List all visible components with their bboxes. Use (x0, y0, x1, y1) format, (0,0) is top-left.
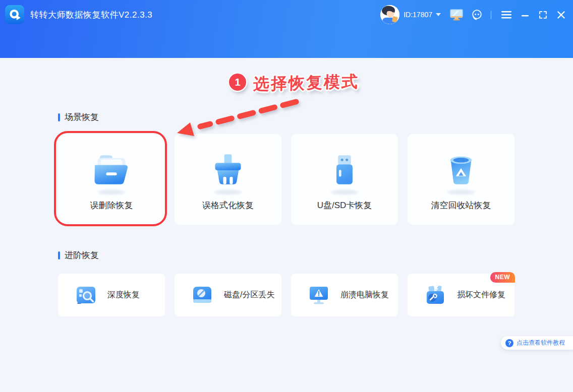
scene-recovery-row: 误删除恢复 误格式化恢复 (58, 134, 514, 225)
deep-scan-icon (74, 284, 97, 307)
app-title: 转转大师数据恢复软件V2.2.3.3 (30, 9, 152, 21)
section-title-text: 场景恢复 (65, 111, 99, 123)
customer-service-button[interactable] (471, 9, 483, 21)
annotation-arrow-icon (169, 91, 315, 141)
card-formatted-recovery[interactable]: 误格式化恢复 (175, 134, 281, 225)
section-title-text: 进阶恢复 (65, 249, 99, 261)
maximize-button[interactable] (539, 11, 547, 19)
screen-share-button[interactable] (450, 9, 463, 21)
usb-drive-icon (323, 153, 366, 187)
section-bar-icon (58, 251, 60, 259)
app-logo-icon (5, 5, 24, 24)
section-scene-recovery: 场景恢复 (58, 111, 99, 123)
new-badge: NEW (490, 272, 515, 283)
card-label: 误删除恢复 (90, 200, 133, 211)
card-label: 崩溃电脑恢复 (340, 290, 389, 300)
menu-button[interactable] (501, 11, 511, 19)
icon-shadow (331, 190, 358, 194)
titlebar-divider (491, 11, 491, 19)
app-window: 转转大师数据恢复软件V2.2.3.3 (0, 0, 573, 392)
card-label: U盘/SD卡恢复 (317, 200, 372, 211)
close-button[interactable] (557, 11, 565, 19)
icon-shadow (447, 190, 475, 194)
headset-icon (471, 9, 483, 21)
icon-shadow (98, 190, 125, 194)
crashed-pc-icon (307, 284, 330, 307)
tutorial-button[interactable]: ? 点击查看软件教程 (501, 336, 573, 350)
card-usb-sd-recovery[interactable]: U盘/SD卡恢复 (291, 134, 398, 225)
card-deleted-file-recovery[interactable]: 误删除恢复 (58, 134, 165, 225)
disk-partition-icon (191, 284, 214, 307)
question-mark-icon: ? (505, 339, 513, 347)
annotation-step-number: 1 (229, 74, 246, 91)
card-label: 深度恢复 (107, 290, 140, 300)
brush-icon (206, 153, 250, 187)
minimize-button[interactable] (522, 11, 529, 18)
folder-icon (90, 153, 133, 187)
card-label: 误格式化恢复 (202, 200, 254, 211)
card-label: 磁盘/分区丢失 (224, 290, 274, 300)
monitor-icon (450, 9, 463, 21)
card-damaged-file-repair[interactable]: NEW 损坏文件修复 (408, 274, 514, 316)
card-recycle-bin-recovery[interactable]: 清空回收站恢复 (408, 134, 514, 225)
card-label: 清空回收站恢复 (431, 200, 491, 211)
advanced-recovery-row: 深度恢复 磁盘/分区丢失 (58, 274, 514, 316)
card-label: 损坏文件修复 (457, 290, 505, 300)
card-crashed-pc-recovery[interactable]: 崩溃电脑恢复 (291, 274, 398, 316)
section-bar-icon (58, 113, 60, 121)
hamburger-menu-icon (501, 11, 511, 19)
recycle-bin-icon (439, 153, 483, 187)
minimize-icon (522, 11, 529, 18)
icon-shadow (214, 190, 242, 194)
fullscreen-icon (539, 11, 547, 19)
chevron-down-icon[interactable] (436, 13, 441, 16)
user-id: ID:17807 (404, 11, 432, 19)
file-repair-icon (424, 284, 447, 307)
tutorial-label: 点击查看软件教程 (517, 339, 565, 347)
section-advanced-recovery: 进阶恢复 (58, 249, 99, 261)
card-disk-partition-loss[interactable]: 磁盘/分区丢失 (175, 274, 281, 316)
card-deep-recovery[interactable]: 深度恢复 (58, 274, 165, 316)
user-avatar[interactable] (380, 5, 399, 24)
close-icon (557, 11, 565, 19)
titlebar: 转转大师数据恢复软件V2.2.3.3 (0, 0, 573, 58)
